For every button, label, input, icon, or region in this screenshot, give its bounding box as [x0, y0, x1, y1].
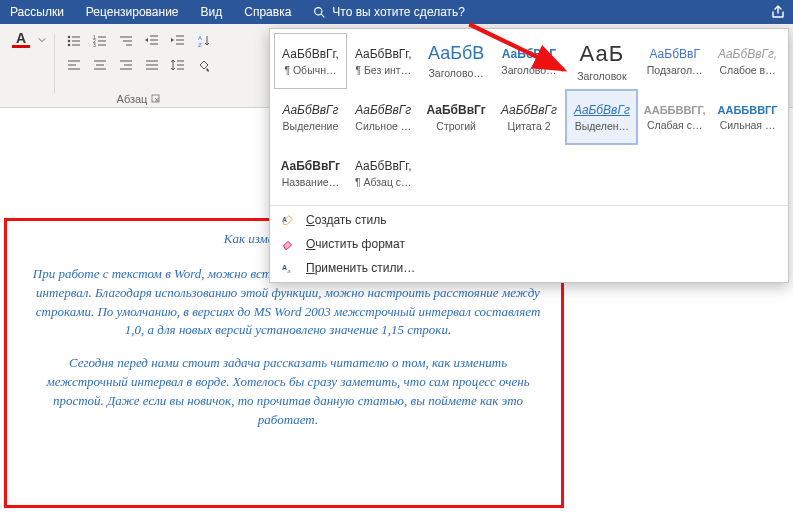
tab-help[interactable]: Справка — [244, 5, 291, 19]
style-tile[interactable]: АаБбВвГПодзагол… — [638, 33, 711, 89]
style-tile[interactable]: АаБбВвГг,¶ Без инт… — [347, 33, 420, 89]
tab-review[interactable]: Рецензирование — [86, 5, 179, 19]
numbering-icon: 123 — [92, 33, 108, 49]
style-preview: АаБ — [580, 41, 625, 67]
style-name-label: Заголово… — [501, 64, 556, 76]
align-center-icon — [92, 57, 108, 73]
style-tile[interactable]: АаБЗаголовок — [565, 33, 638, 89]
style-preview: АаБбВвГг, — [355, 47, 412, 61]
style-name-label: ¶ Без инт… — [355, 64, 411, 76]
paragraph-group: 123 AZ — [54, 28, 224, 107]
style-preview: ААББВВГГ — [718, 104, 778, 116]
style-name-label: Сильная … — [720, 119, 776, 131]
style-name-label: Цитата 2 — [507, 120, 550, 132]
font-color-button[interactable]: A — [6, 30, 36, 50]
svg-point-4 — [68, 44, 71, 47]
share-icon — [770, 4, 786, 20]
style-preview: АаБбВвГг — [355, 103, 411, 117]
tab-mailings[interactable]: Рассылки — [10, 5, 64, 19]
tell-me-label: Что вы хотите сделать? — [332, 5, 465, 19]
apply-styles-item[interactable]: Aa Применить стили… — [270, 256, 788, 280]
sort-icon: AZ — [196, 33, 212, 49]
style-name-label: Слабое в… — [719, 64, 775, 76]
increase-indent-button[interactable] — [166, 30, 190, 52]
align-left-button[interactable] — [62, 54, 86, 76]
styles-gallery-panel: АаБбВвГг,¶ Обычн…АаБбВвГг,¶ Без инт…АаБб… — [269, 28, 789, 283]
svg-text:A: A — [282, 216, 287, 223]
style-tile[interactable]: АаБбВвГгВыделение — [274, 89, 347, 145]
styles-grid: АаБбВвГг,¶ Обычн…АаБбВвГг,¶ Без инт…АаБб… — [270, 29, 788, 205]
style-preview: АаБбВвГ — [649, 47, 699, 61]
style-tile[interactable]: АаБбВЗаголово… — [420, 33, 493, 89]
paragraph-caption[interactable]: Абзац — [117, 93, 162, 107]
style-preview: АаБбВ — [428, 43, 484, 64]
style-name-label: Подзагол… — [647, 64, 703, 76]
multilevel-button[interactable] — [114, 30, 138, 52]
dialog-launcher-icon[interactable] — [151, 94, 161, 104]
svg-line-1 — [321, 14, 324, 17]
line-spacing-button[interactable] — [166, 54, 190, 76]
style-tile[interactable]: АаБбВвГгСтрогий — [420, 89, 493, 145]
tab-view[interactable]: Вид — [201, 5, 223, 19]
bullets-button[interactable] — [62, 30, 86, 52]
style-tile[interactable]: ААББВВГГ,Слабая с… — [638, 89, 711, 145]
style-tile[interactable]: ААББВВГГСильная … — [711, 89, 784, 145]
style-preview: АаБбВвГг, — [355, 159, 412, 173]
decrease-indent-button[interactable] — [140, 30, 164, 52]
style-name-label: Заголовок — [577, 70, 626, 82]
style-preview: АаБбВвГг, — [282, 47, 339, 61]
align-right-button[interactable] — [114, 54, 138, 76]
apply-styles-label: Применить стили… — [306, 261, 415, 275]
svg-point-3 — [68, 40, 71, 43]
decrease-indent-icon — [144, 33, 160, 49]
style-tile[interactable]: АаБбВвГгНазвание… — [274, 145, 347, 201]
align-center-button[interactable] — [88, 54, 112, 76]
style-name-label: Сильное … — [355, 120, 411, 132]
style-tile[interactable]: АаБбВвГгЦитата 2 — [493, 89, 566, 145]
style-name-label: Строгий — [436, 120, 476, 132]
numbering-button[interactable]: 123 — [88, 30, 112, 52]
style-tile[interactable]: АаБбВвГг,¶ Абзац с… — [347, 145, 420, 201]
ribbon-tabbar: Рассылки Рецензирование Вид Справка Что … — [0, 0, 793, 24]
create-style-item[interactable]: A Создать стиль — [270, 208, 788, 232]
align-left-icon — [66, 57, 82, 73]
tell-me-search[interactable]: Что вы хотите сделать? — [313, 5, 465, 19]
bullets-icon — [66, 33, 82, 49]
align-right-icon — [118, 57, 134, 73]
svg-text:A: A — [198, 35, 202, 41]
style-tile[interactable]: АаБбВвГгСильное … — [347, 89, 420, 145]
style-name-label: Заголово… — [428, 67, 483, 79]
apply-styles-icon: Aa — [280, 260, 296, 276]
style-preview: АаБбВвГг — [501, 103, 557, 117]
svg-text:A: A — [282, 264, 287, 271]
clear-format-item[interactable]: Очистить формат — [270, 232, 788, 256]
style-preview: АаБбВвГг, — [718, 47, 777, 61]
create-style-icon: A — [280, 212, 296, 228]
style-tile[interactable]: АаБбВвГЗаголово… — [493, 33, 566, 89]
shading-button[interactable] — [192, 54, 216, 76]
font-color-group: A — [6, 28, 54, 107]
style-preview: АаБбВвГ — [502, 47, 556, 61]
style-preview: АаБбВвГг — [282, 103, 338, 117]
share-button[interactable] — [767, 1, 789, 23]
style-name-label: Слабая с… — [647, 119, 703, 131]
style-tile[interactable]: АаБбВвГг,¶ Обычн… — [274, 33, 347, 89]
color-bar — [12, 45, 30, 48]
style-preview: АаБбВвГг — [426, 103, 485, 117]
svg-text:3: 3 — [93, 42, 96, 48]
styles-gallery-menu: A Создать стиль Очистить формат Aa Приме… — [270, 205, 788, 282]
increase-indent-icon — [170, 33, 186, 49]
style-tile[interactable]: АаБбВвГг,Слабое в… — [711, 33, 784, 89]
create-style-label: Создать стиль — [306, 213, 386, 227]
align-justify-button[interactable] — [140, 54, 164, 76]
sort-button[interactable]: AZ — [192, 30, 216, 52]
style-tile[interactable]: АаБбВвГгВыделен… — [565, 89, 638, 145]
chevron-down-icon[interactable] — [38, 36, 46, 44]
style-preview: ААББВВГГ, — [644, 104, 706, 116]
search-icon — [313, 6, 326, 19]
style-name-label: ¶ Обычн… — [284, 64, 336, 76]
letter-a-icon: A — [16, 32, 26, 44]
style-preview: АаБбВвГг — [574, 103, 630, 117]
style-name-label: Название… — [282, 176, 339, 188]
svg-point-2 — [68, 36, 71, 39]
